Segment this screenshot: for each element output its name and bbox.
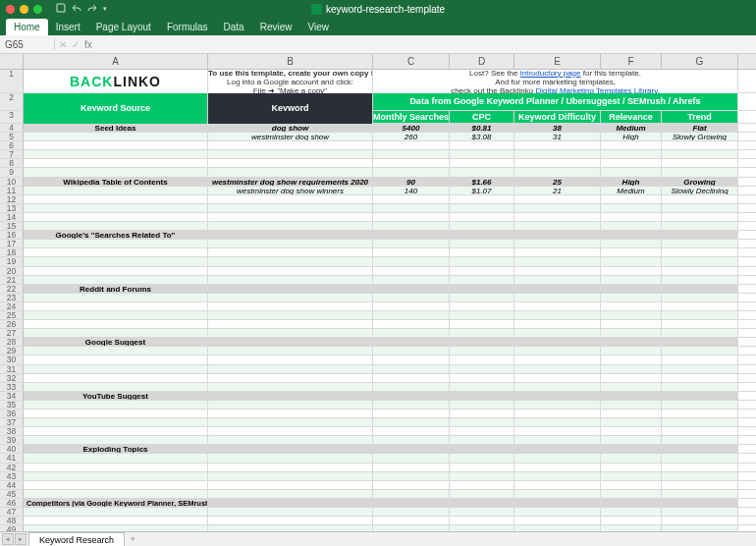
row-header[interactable]: 31: [0, 365, 24, 373]
row-header[interactable]: 44: [0, 481, 24, 489]
cell[interactable]: [450, 320, 514, 328]
cell[interactable]: [208, 365, 373, 373]
cell[interactable]: [373, 320, 450, 328]
cell[interactable]: [662, 464, 738, 471]
row-header[interactable]: 49: [0, 525, 24, 531]
cell[interactable]: [450, 285, 514, 293]
cell[interactable]: [662, 517, 738, 524]
cell[interactable]: [662, 418, 738, 426]
cell[interactable]: westminster dog show: [208, 133, 373, 140]
cell[interactable]: [373, 257, 450, 265]
cell[interactable]: [450, 508, 514, 516]
cell[interactable]: [24, 195, 208, 203]
cell[interactable]: [450, 150, 514, 158]
cell[interactable]: [373, 401, 450, 409]
cell[interactable]: [450, 418, 514, 426]
cell[interactable]: [24, 454, 208, 462]
tab-formulas[interactable]: Formulas: [159, 19, 216, 35]
cell[interactable]: [24, 302, 208, 310]
cell[interactable]: [373, 418, 450, 426]
cell[interactable]: [24, 257, 208, 265]
cell[interactable]: [450, 231, 514, 239]
cell[interactable]: [373, 445, 450, 453]
cell[interactable]: [662, 150, 738, 158]
row-header[interactable]: 42: [0, 464, 24, 471]
cell[interactable]: [450, 195, 514, 203]
cell[interactable]: [514, 294, 601, 301]
cell[interactable]: [662, 454, 738, 462]
cell[interactable]: [208, 472, 373, 480]
cell[interactable]: Slowly Declining: [662, 187, 738, 194]
row-header[interactable]: 33: [0, 383, 24, 391]
row-header[interactable]: 21: [0, 276, 24, 284]
cell[interactable]: [24, 276, 208, 284]
cell[interactable]: [514, 445, 601, 453]
cell[interactable]: [24, 222, 208, 230]
cell[interactable]: [373, 355, 450, 363]
cell[interactable]: [601, 499, 662, 507]
cell[interactable]: [208, 401, 373, 409]
cell[interactable]: [662, 276, 738, 284]
cell[interactable]: 38: [514, 124, 601, 132]
cell[interactable]: [601, 276, 662, 284]
cell[interactable]: [208, 525, 373, 531]
cell[interactable]: [24, 436, 208, 444]
cell[interactable]: dog show: [208, 124, 373, 132]
cell[interactable]: [662, 231, 738, 239]
cell[interactable]: [662, 365, 738, 373]
cell[interactable]: [601, 481, 662, 489]
name-box[interactable]: G65: [0, 39, 55, 50]
cell[interactable]: Medium: [601, 187, 662, 194]
redo-icon[interactable]: [87, 3, 97, 15]
cell[interactable]: [514, 320, 601, 328]
cell[interactable]: High: [601, 178, 662, 186]
cell[interactable]: [24, 294, 208, 301]
cell[interactable]: [373, 285, 450, 293]
cell[interactable]: [373, 248, 450, 256]
col-C[interactable]: C: [373, 54, 450, 69]
cell[interactable]: [450, 499, 514, 507]
cell[interactable]: [601, 267, 662, 275]
cell[interactable]: [208, 481, 373, 489]
cell[interactable]: [24, 365, 208, 373]
cell[interactable]: $0.81: [450, 124, 514, 132]
cell[interactable]: [208, 383, 373, 391]
tab-insert[interactable]: Insert: [48, 19, 88, 35]
cell[interactable]: [450, 410, 514, 417]
cell[interactable]: [373, 150, 450, 158]
row-header[interactable]: 14: [0, 213, 24, 221]
cell[interactable]: [514, 168, 601, 176]
cell[interactable]: [601, 383, 662, 391]
cell[interactable]: [662, 311, 738, 319]
row-header[interactable]: 26: [0, 320, 24, 328]
cell[interactable]: [24, 204, 208, 212]
cell[interactable]: [601, 204, 662, 212]
cell[interactable]: [514, 267, 601, 275]
row-header[interactable]: 45: [0, 490, 24, 498]
cell[interactable]: [24, 311, 208, 319]
cell[interactable]: [373, 374, 450, 382]
cell[interactable]: [601, 472, 662, 480]
qat-dropdown-icon[interactable]: ▾: [103, 5, 107, 13]
cell[interactable]: [514, 517, 601, 524]
cell[interactable]: [662, 294, 738, 301]
row-header[interactable]: 9: [0, 168, 24, 176]
cell[interactable]: [514, 257, 601, 265]
cell[interactable]: [208, 508, 373, 516]
add-sheet-button[interactable]: +: [125, 534, 140, 544]
cell[interactable]: [450, 365, 514, 373]
cell[interactable]: $1.66: [450, 178, 514, 186]
cell[interactable]: [601, 285, 662, 293]
cell[interactable]: [662, 195, 738, 203]
cell[interactable]: 140: [373, 187, 450, 194]
cell[interactable]: [208, 231, 373, 239]
cell[interactable]: [208, 347, 373, 355]
row-header[interactable]: 30: [0, 355, 24, 363]
cell[interactable]: [373, 454, 450, 462]
cell[interactable]: [601, 418, 662, 426]
cell[interactable]: [373, 508, 450, 516]
save-icon[interactable]: [56, 3, 66, 15]
cell[interactable]: [208, 329, 373, 337]
cell[interactable]: [450, 213, 514, 221]
row-header[interactable]: 13: [0, 204, 24, 212]
